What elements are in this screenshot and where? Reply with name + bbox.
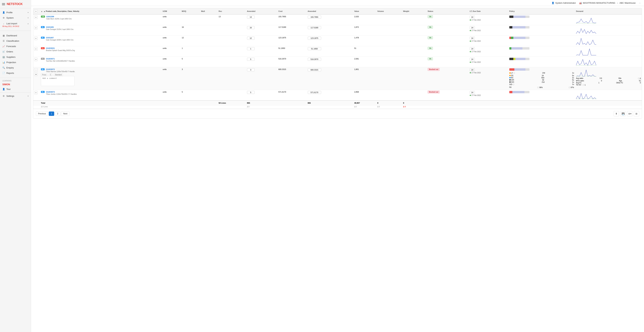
row-moq: 3 — [181, 67, 200, 90]
info-icon[interactable]: ⓘ — [582, 84, 584, 86]
product-code-link[interactable]: GS01607 — [46, 37, 54, 39]
demand-sparkline — [576, 58, 596, 66]
row-amended-cost[interactable] — [307, 36, 353, 46]
sidebar-item-reports[interactable]: 📄 Reports — [0, 70, 31, 76]
col-lt-due-date[interactable]: LT, Due Date — [469, 8, 508, 14]
grid-view-button[interactable]: ⊞ — [634, 111, 639, 116]
amended-qty-input[interactable] — [247, 37, 254, 40]
col-moq[interactable]: MOQ — [181, 8, 200, 14]
add-item-button[interactable]: + — [34, 15, 38, 19]
col-rec[interactable]: Rec — [218, 8, 246, 14]
sidebar-item-enquiry[interactable]: 🔍 Enquiry — [0, 65, 31, 70]
amended-qty-input[interactable] — [247, 68, 254, 71]
row-amended-cost[interactable] — [307, 67, 353, 90]
amended-qty-input[interactable] — [247, 91, 254, 94]
row-amended[interactable] — [246, 57, 278, 67]
sidebar-label-suppliers: Suppliers — [6, 56, 16, 58]
amended-cost-input[interactable] — [308, 26, 321, 29]
col-product[interactable]: ▲ ▲ Product code, Description, Class, Ve… — [40, 8, 162, 14]
product-code-link[interactable]: GS01599 — [46, 15, 54, 17]
amended-cost-input[interactable] — [308, 15, 321, 18]
product-code-link[interactable]: GS203072 — [46, 68, 55, 70]
demand-hits-value: ⓘ 6 — [638, 77, 641, 80]
col-amended-cost[interactable]: Amended — [307, 8, 353, 14]
sidebar-item-suppliers[interactable]: 🏢 Suppliers — [0, 54, 31, 60]
amended-cost-input[interactable] — [308, 47, 321, 50]
product-code-link[interactable]: GS203071 — [46, 58, 55, 60]
col-status[interactable]: Status — [427, 8, 469, 14]
amended-cost-input[interactable] — [308, 91, 321, 94]
save-button[interactable]: 💾 — [620, 111, 626, 116]
amended-cost-input[interactable] — [308, 37, 321, 40]
upload-button[interactable]: ⬆ — [614, 111, 619, 116]
product-code-link[interactable]: GS01605 — [46, 26, 54, 28]
add-item-button[interactable]: + — [34, 91, 38, 94]
previous-button[interactable]: Previous — [36, 112, 48, 116]
add-item-button[interactable]: + — [34, 37, 38, 40]
row-amended[interactable] — [246, 67, 278, 90]
col-policy[interactable]: Policy — [508, 8, 575, 14]
row-amended[interactable] — [246, 14, 278, 25]
zoom-button[interactable]: ⊕▾ — [627, 111, 632, 116]
remove-item-button[interactable]: − — [34, 68, 38, 72]
next-button[interactable]: Next — [61, 112, 70, 116]
row-amended[interactable] — [246, 46, 278, 57]
last-import-section: ↓ Last import ▴ 08 Aug 2011, 04:39:02 — [0, 20, 31, 29]
row-amended[interactable] — [246, 90, 278, 101]
add-row-button[interactable]: + — [34, 9, 38, 13]
info-icon[interactable]: ⓘ — [568, 87, 570, 88]
sidebar-item-dashboard[interactable]: ▦ Dashboard — [0, 33, 31, 38]
sidebar-item-profile[interactable]: 👤 Profile ▾ — [0, 10, 31, 15]
add-item-button[interactable]: + — [34, 26, 38, 29]
row-amended[interactable] — [246, 25, 278, 36]
expand-row-button[interactable]: ⊕ — [34, 73, 38, 76]
learning-label: Learning — [0, 79, 31, 82]
add-item-button[interactable]: + — [34, 47, 38, 51]
sidebar-item-orders[interactable]: 🛒 Orders — [0, 49, 31, 54]
amended-qty-input[interactable] — [247, 58, 254, 61]
sidebar-item-projection[interactable]: 📊 Projection — [0, 60, 31, 65]
col-cost[interactable]: Cost — [278, 8, 307, 14]
row-amended[interactable] — [246, 36, 278, 46]
sidebar-item-classification[interactable]: ☰ Classification — [0, 38, 31, 43]
sidebar-label-reports: Reports — [6, 72, 14, 74]
sidebar-label-system: System — [6, 16, 14, 19]
add-item-button[interactable]: + — [34, 58, 38, 61]
col-demand[interactable]: Demand — [575, 8, 642, 14]
product-code-link[interactable]: GS203073 — [46, 91, 55, 93]
col-mult[interactable]: Mult — [200, 8, 218, 14]
info-icon[interactable]: ⓘ — [638, 78, 640, 79]
col-value[interactable]: Value — [353, 8, 376, 14]
row-amended-cost[interactable] — [307, 90, 353, 101]
sidebar-item-last-import[interactable]: ↓ Last import ▴ — [2, 21, 28, 25]
col-weight[interactable]: Weight — [402, 8, 426, 14]
col-volume[interactable]: Volume — [376, 8, 402, 14]
comment-textarea[interactable] — [41, 76, 74, 86]
topbar-more-button[interactable]: ··· — [639, 2, 641, 4]
page-1-button[interactable]: 1 — [49, 112, 54, 116]
amended-cost-input[interactable] — [308, 58, 321, 61]
page-2-button[interactable]: 2 — [55, 112, 60, 116]
row-amended-cost[interactable] — [307, 46, 353, 57]
info-icon[interactable]: ⓘ — [513, 84, 514, 85]
tour-icon: 👤 — [2, 88, 5, 90]
row-amended-cost[interactable] — [307, 14, 353, 25]
amended-cost-input[interactable] — [308, 68, 321, 71]
save-icon: 💾 — [622, 112, 624, 115]
row-amended-cost[interactable] — [307, 25, 353, 36]
sidebar-item-system[interactable]: ⚙ System ▾ — [0, 15, 31, 20]
amended-qty-input[interactable] — [247, 15, 254, 18]
col-amended[interactable]: Amended — [246, 8, 278, 14]
amended-qty-input[interactable] — [247, 26, 254, 29]
row-amended-cost[interactable] — [307, 57, 353, 67]
sidebar-item-settings[interactable]: ⚙ Settings ▾ — [0, 93, 31, 99]
product-code-link[interactable]: GS203031 — [46, 47, 55, 49]
col-uom[interactable]: UOM — [162, 8, 181, 14]
amended-qty-input[interactable] — [247, 47, 254, 50]
info-icon[interactable]: ⓘ — [537, 87, 539, 88]
sidebar-item-tour[interactable]: 👤 Tour — [0, 86, 31, 92]
menu-icon[interactable] — [2, 3, 5, 5]
info-icon[interactable]: ⓘ — [513, 72, 515, 74]
sidebar-item-forecasts[interactable]: 📈 Forecasts — [0, 43, 31, 49]
zoom-icon: ⊕▾ — [628, 112, 632, 115]
